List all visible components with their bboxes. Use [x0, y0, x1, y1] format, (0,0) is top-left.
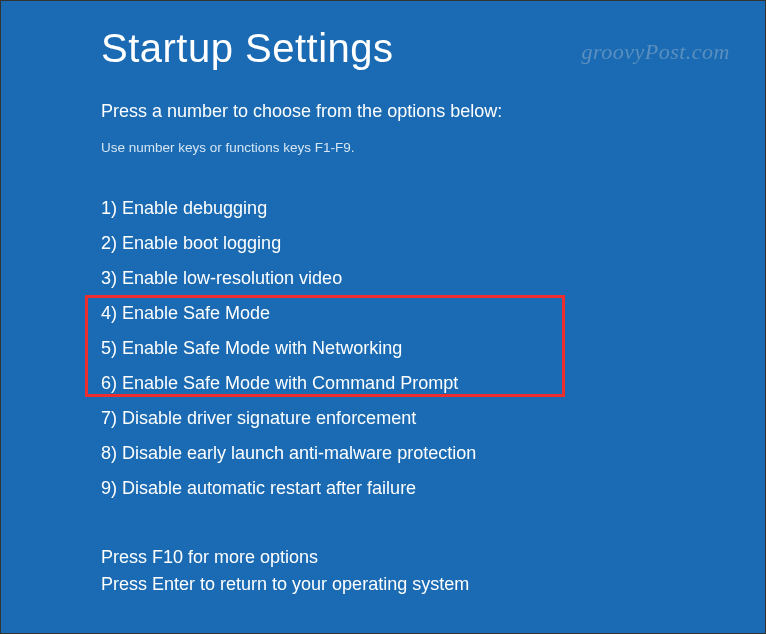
option-6[interactable]: 6) Enable Safe Mode with Command Prompt	[101, 370, 765, 397]
options-list: 1) Enable debugging 2) Enable boot loggi…	[101, 195, 765, 502]
instruction-subtitle: Press a number to choose from the option…	[101, 101, 765, 122]
footer-instructions: Press F10 for more options Press Enter t…	[101, 544, 469, 598]
option-7[interactable]: 7) Disable driver signature enforcement	[101, 405, 765, 432]
footer-line-return: Press Enter to return to your operating …	[101, 571, 469, 598]
option-9[interactable]: 9) Disable automatic restart after failu…	[101, 475, 765, 502]
option-4[interactable]: 4) Enable Safe Mode	[101, 300, 765, 327]
option-2[interactable]: 2) Enable boot logging	[101, 230, 765, 257]
watermark-text: groovyPost.com	[581, 39, 730, 65]
footer-line-more-options: Press F10 for more options	[101, 544, 469, 571]
option-8[interactable]: 8) Disable early launch anti-malware pro…	[101, 440, 765, 467]
option-3[interactable]: 3) Enable low-resolution video	[101, 265, 765, 292]
instruction-hint: Use number keys or functions keys F1-F9.	[101, 140, 765, 155]
option-1[interactable]: 1) Enable debugging	[101, 195, 765, 222]
option-5[interactable]: 5) Enable Safe Mode with Networking	[101, 335, 765, 362]
